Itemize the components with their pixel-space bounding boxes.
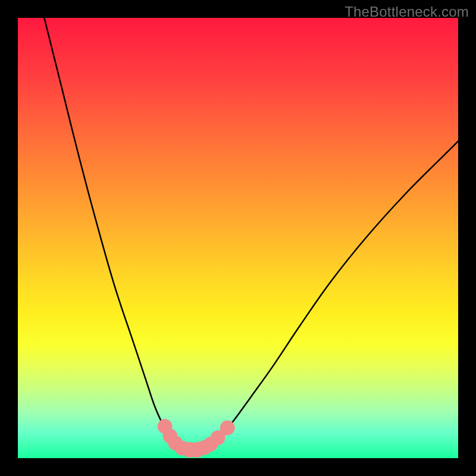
data-marker bbox=[220, 421, 235, 436]
bottleneck-curve bbox=[44, 18, 458, 450]
curve-group bbox=[44, 18, 458, 450]
watermark-label: TheBottleneck.com bbox=[345, 4, 469, 20]
plot-area bbox=[18, 18, 458, 458]
chart-svg bbox=[18, 18, 458, 458]
chart-frame: TheBottleneck.com bbox=[0, 0, 476, 476]
marker-group bbox=[158, 419, 235, 458]
